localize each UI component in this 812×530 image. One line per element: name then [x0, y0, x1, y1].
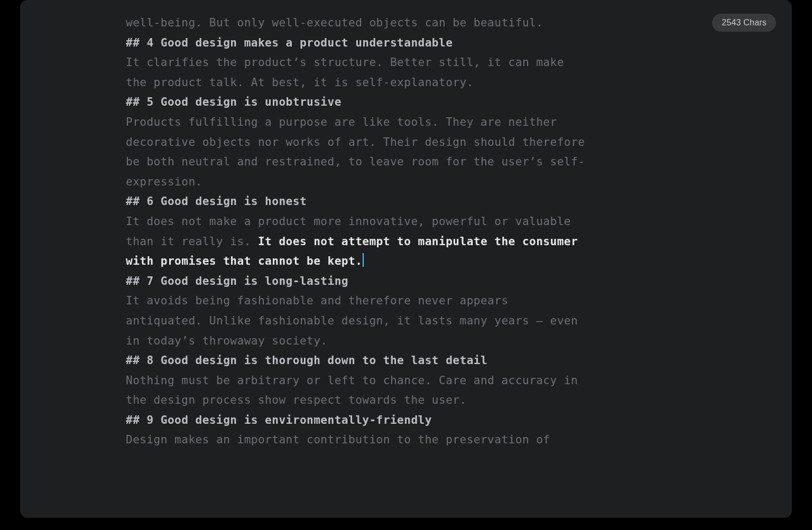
body-text[interactable]: It clarifies the product’s structure. Be…	[126, 52, 586, 92]
heading-5[interactable]: ## 5 Good design is unobtrusive	[126, 92, 586, 112]
heading-7[interactable]: ## 7 Good design is long-lasting	[126, 271, 586, 291]
body-text[interactable]: It avoids being fashionable and therefor…	[126, 291, 586, 350]
editor-window: 2543 Chars well-being. But only well-exe…	[20, 0, 792, 518]
body-text[interactable]: Nothing must be arbitrary or left to cha…	[126, 370, 586, 410]
editor-area[interactable]: well-being. But only well-executed objec…	[20, 0, 792, 518]
heading-4[interactable]: ## 4 Good design makes a product underst…	[126, 33, 586, 53]
heading-6[interactable]: ## 6 Good design is honest	[126, 191, 586, 211]
text-cursor	[363, 253, 364, 267]
editor-content[interactable]: well-being. But only well-executed objec…	[126, 13, 586, 450]
heading-8[interactable]: ## 8 Good design is thorough down to the…	[126, 350, 586, 370]
heading-9[interactable]: ## 9 Good design is environmentally-frie…	[126, 410, 586, 430]
body-text[interactable]: Products fulfilling a purpose are like t…	[126, 112, 586, 191]
body-text[interactable]: Design makes an important contribution t…	[126, 430, 586, 450]
body-text[interactable]: well-being. But only well-executed objec…	[126, 13, 586, 33]
body-text[interactable]: It does not make a product more innovati…	[126, 211, 586, 271]
